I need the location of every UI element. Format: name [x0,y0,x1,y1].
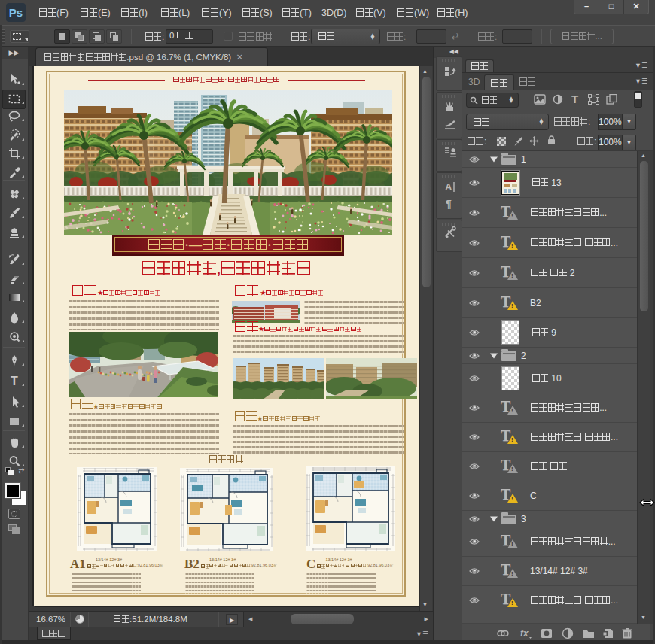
svg-text:A: A [445,181,452,193]
svg-text:¶: ¶ [446,198,452,210]
svg-text:fx: fx [520,628,529,639]
svg-text:T: T [571,93,578,105]
svg-text:T: T [11,375,18,387]
